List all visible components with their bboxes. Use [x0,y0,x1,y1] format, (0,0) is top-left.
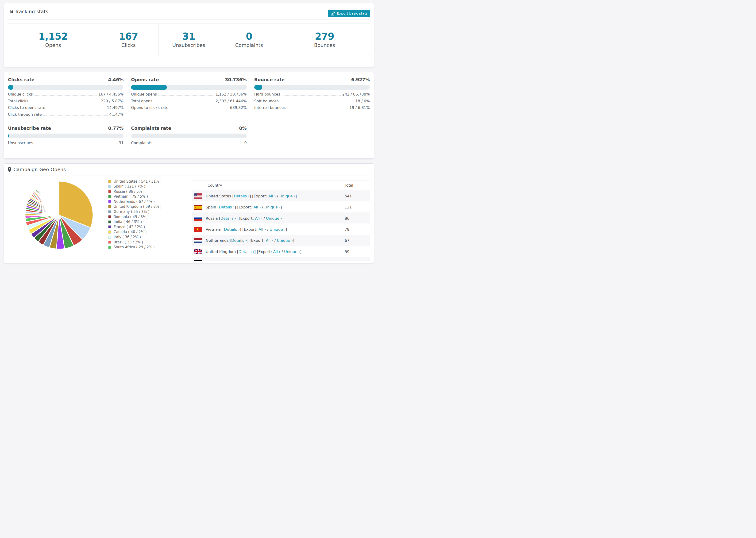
legend-item-brazil[interactable]: Brazil ( 33 / 2% ) [108,241,192,244]
export-basic-stats-button[interactable]: Export basic stats [328,10,370,17]
rate-row: Soft bounces18 / 0% [254,99,370,103]
export-unique-link[interactable]: Unique › [284,249,300,254]
total-value: 67 [343,235,370,246]
flag-cell [192,235,204,246]
details-link[interactable]: Details › [219,205,235,209]
details-link[interactable]: Details › [234,194,249,198]
export-unique-link[interactable]: Unique › [266,216,282,221]
stat-opens: 1,152Opens [8,24,98,56]
bounce-rate-head: Bounce rate6.927% [254,77,370,82]
legend-item-vietnam[interactable]: Vietnam ( 79 / 5% ) [108,195,192,198]
dotted-leader [287,109,348,109]
country-cell: Vietnam [Details ›] [Export: All › / Uni… [204,224,343,235]
pie-chart-svg [25,181,94,250]
legend-label: Russia ( 86 / 5% ) [114,190,145,193]
stat-value-unsubscribes: 31 [183,31,195,41]
legend-item-india[interactable]: India ( 46 / 3% ) [108,220,192,224]
bounce-rate-group: Bounce rate6.927%Hard bounces242 / 86.73… [254,77,370,117]
rate-row-label: Hard bounces [254,92,280,96]
flag-es-icon [194,205,204,210]
details-link[interactable]: Details › [226,260,242,261]
flag-vn-icon [194,227,204,232]
legend-item-romania[interactable]: Romania ( 49 / 3% ) [108,215,192,219]
export-unique-link[interactable]: Unique › [270,227,286,232]
legend-item-south-africa[interactable]: South Africa ( 29 / 2% ) [108,245,192,249]
legend-item-italy[interactable]: Italy ( 36 / 2% ) [108,236,192,239]
export-unique-link[interactable]: Unique › [277,238,293,243]
clicks-rate-value: 4.46% [108,77,124,82]
rate-row-label: Soft bounces [254,99,279,103]
details-link[interactable]: Details › [231,238,247,243]
country-cell: Netherlands [Details ›] [Export: All › /… [204,235,343,246]
details-link[interactable]: Details › [220,216,236,221]
flag-cell [192,224,204,235]
details-link[interactable]: Details › [239,249,254,254]
rate-row-label: Unsubscribes [8,140,33,145]
legend-swatch-icon [108,231,111,234]
legend-item-canada[interactable]: Canada ( 40 / 2% ) [108,230,192,234]
bounce-progress-bar [254,85,370,90]
rate-row-value: 1,152 / 30.736% [216,92,247,96]
stat-complaints: 0Complaints [219,24,279,56]
legend-swatch-icon [108,241,111,243]
geo-pie-chart [8,180,108,261]
geo-table-row-es: Spain [Details ›] [Export: All › / Uniqu… [192,201,370,212]
rate-row: Internal bounces19 / 6.81% [254,105,370,110]
legend-label: United States ( 541 / 31% ) [114,180,162,183]
export-all-link[interactable]: All › [273,249,280,254]
legend-item-germany[interactable]: Germany ( 55 / 3% ) [108,210,192,213]
legend-swatch-icon [108,180,111,183]
legend-item-united-states[interactable]: United States ( 541 / 31% ) [108,180,192,183]
clicks-rate-head: Clicks rate4.46% [8,77,124,82]
legend-swatch-icon [108,185,111,188]
geo-table: Country Total United States [Details ›] … [192,181,370,261]
dotted-leader [35,144,117,144]
export-all-link[interactable]: All › [255,216,262,221]
legend-label: South Africa ( 29 / 2% ) [114,245,155,249]
export-all-link[interactable]: All › [268,194,276,198]
bounce-rate-title: Bounce rate [254,77,285,82]
rate-row: Complaints0 [131,140,246,145]
export-unique-link[interactable]: Unique › [279,194,296,198]
export-all-link[interactable]: All › [260,260,267,261]
flag-cell [192,246,204,257]
rate-row: Total clicks220 / 5.87% [8,99,124,103]
legend-item-france[interactable]: France ( 42 / 2% ) [108,225,192,229]
stats-box: 1,152Opens167Clicks31Unsubscribes0Compla… [8,23,370,56]
bounce-rate-value: 6.927% [351,77,370,82]
clicks-progress-fill [8,85,13,90]
complaints-rate-group: Complaints rate0%Complaints0 [131,126,246,145]
export-icon [331,12,335,16]
details-link[interactable]: Details › [224,227,240,232]
export-all-link[interactable]: All › [253,205,261,209]
legend-label: Italy ( 36 / 2% ) [114,236,141,239]
rate-row: Hard bounces242 / 86.738% [254,92,370,96]
rate-row-label: Clicks to opens rate [8,105,45,110]
legend-swatch-icon [108,236,111,239]
legend-swatch-icon [108,190,111,193]
unsubscribe-progress-bar [8,134,124,138]
unsubscribe-rate-head: Unsubscribe rate0.77% [8,126,124,131]
complaints-rate-head: Complaints rate0% [131,126,246,131]
export-all-link[interactable]: All › [258,227,266,232]
legend-item-netherlands[interactable]: Netherlands ( 67 / 4% ) [108,200,192,203]
rate-row: Unique opens1,152 / 30.736% [131,92,246,96]
legend-swatch-icon [108,210,111,213]
country-name: Germany [206,260,223,261]
rate-row-label: Click through rate [8,112,42,117]
legend-item-united-kingdom[interactable]: United Kingdom ( 59 / 3% ) [108,205,192,208]
legend-item-russia[interactable]: Russia ( 86 / 5% ) [108,190,192,193]
rate-row-label: Total opens [131,99,152,103]
country-cell: Germany [Details ›] [Export: All › / Uni… [204,257,343,261]
bar-chart-icon [8,10,13,13]
export-unique-link[interactable]: Unique › [271,260,287,261]
geo-table-row-vn: Vietnam [Details ›] [Export: All › / Uni… [192,224,370,235]
legend-label: Brazil ( 33 / 2% ) [114,241,143,244]
country-name: United States [206,194,231,198]
legend-label: Spain ( 121 / 7% ) [114,185,145,188]
export-all-link[interactable]: All › [266,238,273,243]
clicks-progress-bar [8,85,124,90]
legend-item-spain[interactable]: Spain ( 121 / 7% ) [108,185,192,188]
export-unique-link[interactable]: Unique › [264,205,280,209]
country-cell: United Kingdom [Details ›] [Export: All … [204,246,343,257]
